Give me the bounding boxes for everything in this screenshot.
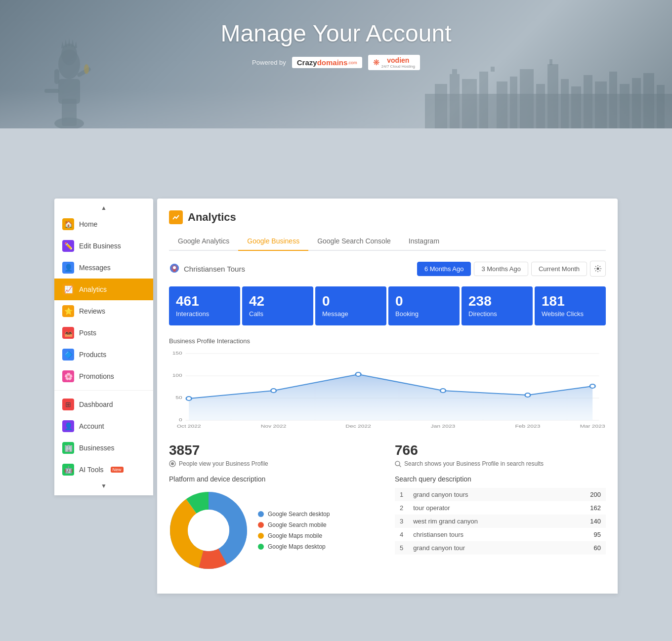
query-text: west rim grand canyon xyxy=(408,515,563,528)
sidebar-label-ai-tools: AI Tools xyxy=(79,466,104,474)
svg-rect-32 xyxy=(620,84,630,128)
svg-text:Nov 2022: Nov 2022 xyxy=(261,424,287,429)
business-name: Christiansen Tours xyxy=(169,263,245,274)
tab-google-analytics[interactable]: Google Analytics xyxy=(169,232,238,251)
svg-line-70 xyxy=(399,465,401,467)
sidebar-item-dashboard[interactable]: ⊞ Dashboard xyxy=(54,394,153,415)
sidebar-item-edit-business[interactable]: ✏️ Edit Business xyxy=(54,235,153,257)
sidebar: ▲ 🏠 Home ✏️ Edit Business 👤 Messages 📈 A… xyxy=(54,199,153,495)
products-icon: 🔷 xyxy=(62,349,74,361)
tab-google-search-console[interactable]: Google Search Console xyxy=(308,232,400,251)
legend-dot-1 xyxy=(258,522,264,528)
query-rank: 5 xyxy=(395,541,408,555)
svg-rect-29 xyxy=(584,75,592,128)
sidebar-label-messages: Messages xyxy=(79,264,111,272)
stat-message-number: 0 xyxy=(322,294,379,308)
platform-title: Platform and device description xyxy=(169,475,380,483)
dashboard-icon: ⊞ xyxy=(62,399,74,410)
svg-point-51 xyxy=(356,372,361,376)
sidebar-label-dashboard: Dashboard xyxy=(79,401,113,408)
legend-dot-2 xyxy=(258,533,264,539)
sidebar-item-messages[interactable]: 👤 Messages xyxy=(54,257,153,279)
svg-rect-21 xyxy=(497,81,507,128)
filter-6months[interactable]: 6 Months Ago xyxy=(417,262,471,276)
svg-rect-30 xyxy=(595,81,607,128)
query-count: 162 xyxy=(563,501,606,515)
ai-tools-icon: 🤖 xyxy=(62,464,74,476)
legend-item-2: Google Maps mobile xyxy=(258,532,330,539)
right-bottom: 766 Search shows your Business Profile i… xyxy=(395,442,606,570)
sidebar-item-promotions[interactable]: 🌸 Promotions xyxy=(54,365,153,387)
sidebar-scroll-up[interactable]: ▲ xyxy=(54,202,153,213)
stat-website-label: Website Clicks xyxy=(542,310,599,318)
svg-text:50: 50 xyxy=(175,395,182,400)
svg-point-39 xyxy=(597,268,599,270)
powered-by-label: Powered by xyxy=(252,59,286,66)
legend-dot-3 xyxy=(258,544,264,550)
query-text: grand canyon tours xyxy=(408,488,563,501)
sidebar-divider xyxy=(54,390,153,391)
query-row-3: 4 christiansen tours 95 xyxy=(395,528,606,541)
stat-calls: 42 Calls xyxy=(242,286,313,325)
date-filters: 6 Months Ago 3 Months Ago Current Month xyxy=(417,261,606,277)
business-name-label: Christiansen Tours xyxy=(184,265,245,273)
sidebar-item-reviews[interactable]: ⭐ Reviews xyxy=(54,300,153,322)
svg-point-68 xyxy=(188,510,229,551)
hero-content: Manage Your Account Powered by Crazydoma… xyxy=(0,0,672,70)
searches-label: Search shows your Business Profile in se… xyxy=(395,460,606,467)
legend-label-3: Google Maps desktop xyxy=(268,543,326,550)
sidebar-item-home[interactable]: 🏠 Home xyxy=(54,213,153,235)
svg-point-50 xyxy=(271,389,276,393)
svg-text:Jan 2023: Jan 2023 xyxy=(431,424,456,429)
views-count: 3857 xyxy=(169,442,380,458)
legend-dot-0 xyxy=(258,511,264,517)
chart-title: Business Profile Interactions xyxy=(169,337,606,345)
query-text: grand canyon tour xyxy=(408,541,563,555)
sidebar-item-products[interactable]: 🔷 Products xyxy=(54,344,153,365)
posts-icon: 📤 xyxy=(62,327,74,339)
svg-point-38 xyxy=(173,266,176,269)
stat-directions: 238 Directions xyxy=(462,286,533,325)
tab-instagram[interactable]: Instagram xyxy=(400,232,448,251)
settings-button[interactable] xyxy=(590,261,606,277)
stat-interactions: 461 Interactions xyxy=(169,286,240,325)
legend-label-2: Google Maps mobile xyxy=(268,532,322,539)
svg-rect-18 xyxy=(462,79,477,128)
chart-section: Business Profile Interactions 150 100 50… xyxy=(169,337,606,429)
sidebar-item-posts[interactable]: 📤 Posts xyxy=(54,322,153,344)
sidebar-item-analytics[interactable]: 📈 Analytics xyxy=(54,279,153,300)
filter-3months[interactable]: 3 Months Ago xyxy=(474,262,528,276)
svg-rect-19 xyxy=(479,72,488,128)
filter-current-month[interactable]: Current Month xyxy=(531,262,587,276)
sidebar-item-businesses[interactable]: 🏢 Businesses xyxy=(54,437,153,459)
svg-rect-31 xyxy=(609,72,617,128)
svg-rect-28 xyxy=(571,86,581,128)
stat-calls-number: 42 xyxy=(249,294,306,308)
query-count: 95 xyxy=(563,528,606,541)
svg-text:150: 150 xyxy=(172,351,182,356)
sidebar-label-promotions: Promotions xyxy=(79,372,114,380)
svg-rect-24 xyxy=(536,84,545,128)
sidebar-item-account[interactable]: 👤 Account xyxy=(54,415,153,437)
svg-rect-34 xyxy=(643,73,654,128)
legend-item-3: Google Maps desktop xyxy=(258,543,330,550)
account-icon: 👤 xyxy=(62,420,74,432)
legend-label-0: Google Search desktop xyxy=(268,511,330,518)
query-rank: 1 xyxy=(395,488,408,501)
svg-marker-48 xyxy=(189,374,592,420)
query-row-0: 1 grand canyon tours 200 xyxy=(395,488,606,501)
query-rank: 4 xyxy=(395,528,408,541)
powered-by-section: Powered by Crazydomains.com ❋ vodien 24/… xyxy=(0,55,672,70)
svg-text:100: 100 xyxy=(172,373,182,378)
chart-legend: Google Search desktop Google Search mobi… xyxy=(258,511,330,550)
svg-point-69 xyxy=(395,461,400,466)
reviews-icon: ⭐ xyxy=(62,305,74,317)
sidebar-item-ai-tools[interactable]: 🤖 AI Tools New xyxy=(54,459,153,481)
stat-calls-label: Calls xyxy=(249,310,306,318)
page-title: Analytics xyxy=(188,211,236,224)
sidebar-scroll-down[interactable]: ▼ xyxy=(54,481,153,491)
svg-rect-4 xyxy=(54,69,59,84)
svg-rect-35 xyxy=(657,85,665,128)
tab-google-business[interactable]: Google Business xyxy=(238,232,308,251)
svg-rect-2 xyxy=(58,79,80,104)
